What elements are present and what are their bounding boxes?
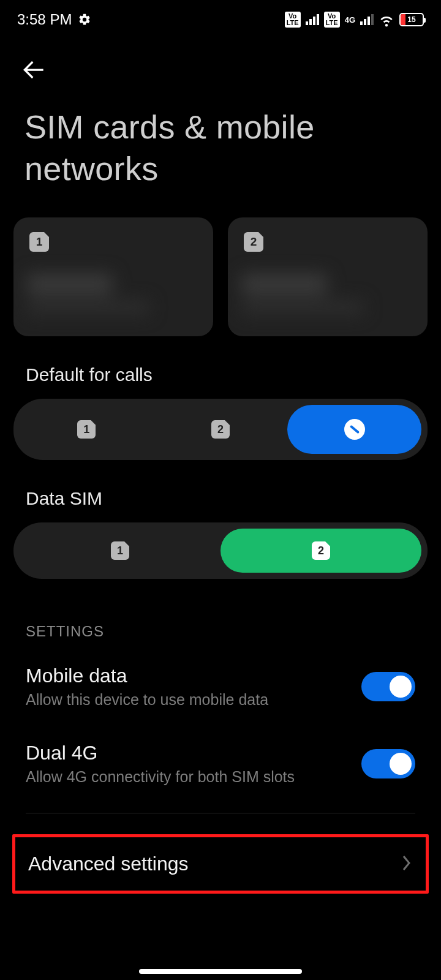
data-sim-label: Data SIM [0,460,441,522]
page-title: SIM cards & mobile networks [0,85,441,189]
battery-indicator: 15 [399,13,424,26]
dual-4g-title: Dual 4G [26,742,295,764]
signal-bars-1 [306,14,319,25]
divider [26,813,415,813]
sim-card-2[interactable]: 2 [228,217,428,336]
advanced-settings-row[interactable]: Advanced settings [13,835,428,892]
sim-card-1[interactable]: 1 [13,217,213,336]
default-calls-selector: 1 2 [13,399,428,460]
advanced-settings-label: Advanced settings [28,853,189,875]
default-calls-sim1[interactable]: 1 [20,405,154,454]
mobile-data-sub: Allow this device to use mobile data [26,691,268,709]
volte-badge-1: VoLTE [285,12,301,28]
dual-4g-row[interactable]: Dual 4G Allow 4G connectivity for both S… [0,723,441,801]
sim-chip-icon: 2 [211,420,230,439]
network-gen: 4G [345,16,355,24]
signal-bars-2 [360,14,374,25]
not-set-icon [344,419,365,440]
status-bar: 3:58 PM VoLTE VoLTE 4G 15 [0,0,441,39]
data-sim-1[interactable]: 1 [20,529,221,573]
dual-4g-sub: Allow 4G connectivity for both SIM slots [26,768,295,786]
sim-card-row: 1 2 [0,189,441,336]
redacted-sim1-info [27,274,200,323]
volte-badge-2: VoLTE [324,12,340,28]
status-time: 3:58 PM [17,11,72,28]
mobile-data-toggle[interactable] [361,672,415,701]
wifi-icon [379,12,394,28]
sim-chip-icon: 1 [77,420,96,439]
data-sim-selector: 1 2 [13,522,428,579]
redacted-sim2-info [241,274,414,323]
default-calls-label: Default for calls [0,336,441,399]
default-calls-sim2[interactable]: 2 [154,405,288,454]
home-indicator[interactable] [139,969,302,974]
sim-chip-icon: 1 [29,232,49,252]
sim-chip-icon: 2 [244,232,263,252]
mobile-data-row[interactable]: Mobile data Allow this device to use mob… [0,650,441,723]
default-calls-ask[interactable] [287,405,421,454]
back-button[interactable] [22,74,54,84]
settings-status-icon [78,13,91,26]
sim-chip-icon: 2 [312,541,330,560]
sim-chip-icon: 1 [111,541,129,560]
data-sim-2[interactable]: 2 [221,529,421,573]
mobile-data-title: Mobile data [26,665,268,687]
dual-4g-toggle[interactable] [361,749,415,778]
chevron-right-icon [401,854,413,874]
settings-header: SETTINGS [0,579,441,650]
